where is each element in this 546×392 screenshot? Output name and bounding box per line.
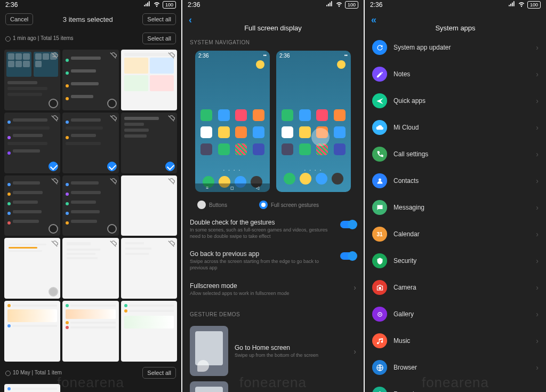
signal-icon	[508, 0, 516, 9]
preview-time: 2:36	[198, 53, 208, 59]
thumb[interactable]	[121, 50, 177, 110]
app-label: Contacts	[394, 177, 529, 185]
group-1-label: 1 min ago | Total 15 items	[13, 35, 74, 41]
radio-buttons-label: Buttons	[209, 202, 227, 208]
sun-icon	[337, 60, 346, 69]
app-row[interactable]: Gallery›	[365, 301, 546, 327]
app-label: Gallery	[394, 310, 529, 318]
cloud-off-icon	[167, 240, 175, 247]
chevron-right-icon: ›	[536, 390, 539, 392]
section-gesture-demos: GESTURE DEMOS	[182, 302, 364, 321]
group-header-2: 10 May | Total 1 item Select all	[0, 364, 181, 382]
select-toggle[interactable]	[49, 162, 58, 171]
select-toggle[interactable]	[107, 162, 117, 171]
row-title: Fullscreen mode	[190, 282, 349, 290]
cancel-button[interactable]: Cancel	[5, 13, 33, 25]
svg-point-0	[379, 286, 381, 289]
thumb[interactable]	[4, 175, 60, 236]
app-icon	[372, 120, 387, 135]
thumb-grid-1	[0, 47, 181, 364]
status-icons: 100	[508, 0, 541, 9]
select-toggle[interactable]	[49, 224, 58, 234]
app-row[interactable]: Messaging›	[365, 194, 546, 221]
thumb[interactable]	[62, 113, 118, 173]
battery-icon: 100	[527, 1, 541, 9]
select-all-button[interactable]: Select all	[142, 13, 176, 25]
radio-buttons[interactable]: Buttons	[197, 201, 227, 209]
chevron-right-icon: ›	[536, 97, 539, 105]
group-1-select-all[interactable]: Select all	[142, 33, 176, 44]
app-row[interactable]: Music›	[365, 327, 546, 354]
system-apps-list: System app updater›Notes›Quick apps›Mi C…	[365, 34, 546, 392]
app-row[interactable]: System app updater›	[365, 34, 546, 61]
app-row[interactable]: Browser›	[365, 354, 546, 381]
app-label: Security	[394, 257, 529, 265]
thumb[interactable]	[62, 50, 118, 110]
chevron-right-icon: ›	[536, 177, 539, 185]
group-header-1: 1 min ago | Total 15 items Select all	[0, 29, 181, 47]
select-toggle[interactable]	[165, 162, 175, 171]
demo-thumb	[190, 326, 228, 376]
thumb[interactable]	[4, 113, 60, 173]
app-row[interactable]: Notes›	[365, 61, 546, 87]
app-row[interactable]: Camera›	[365, 274, 546, 301]
app-icon	[372, 333, 387, 348]
app-label: Music	[394, 337, 529, 345]
chevron-right-icon: ›	[354, 283, 356, 292]
app-icon	[372, 387, 387, 392]
chevron-right-icon: ›	[536, 70, 539, 78]
thumb[interactable]	[4, 238, 60, 299]
thumb[interactable]	[62, 238, 118, 299]
select-toggle[interactable]	[107, 224, 117, 234]
chevron-right-icon: ›	[536, 310, 539, 318]
status-icons: 100	[326, 0, 358, 9]
chevron-right-icon: ›	[536, 150, 539, 158]
row-go-back[interactable]: Go back to previous app Swipe across the…	[182, 245, 364, 276]
page-title: System apps	[365, 24, 546, 32]
app-row[interactable]: Contacts›	[365, 167, 546, 194]
app-row[interactable]: Security›	[365, 247, 546, 274]
app-row[interactable]: Recorder›	[365, 381, 546, 392]
app-icon: 31	[372, 227, 387, 242]
group-2-select-all[interactable]: Select all	[142, 367, 176, 379]
thumb[interactable]	[4, 50, 60, 110]
app-icon	[372, 307, 387, 322]
thumb[interactable]	[121, 113, 177, 173]
page-title: Full screen display	[182, 24, 364, 32]
select-toggle[interactable]	[49, 287, 58, 297]
thumb[interactable]	[4, 301, 60, 362]
row-double-check[interactable]: Double check for the gestures In some sc…	[182, 213, 364, 245]
row-fullscreen-mode[interactable]: Fullscreen mode Allow selected apps to w…	[182, 277, 364, 302]
preview-gestures[interactable]: 2:36 •• • • • •	[276, 51, 351, 192]
app-label: Browser	[394, 364, 529, 371]
app-icon	[372, 67, 387, 82]
thumb[interactable]	[121, 238, 177, 299]
cloud-off-icon	[51, 240, 58, 247]
thumb[interactable]	[121, 301, 177, 362]
radio-gestures[interactable]: Full screen gestures	[259, 201, 319, 209]
signal-icon	[326, 0, 333, 9]
app-row[interactable]: 31Calendar›	[365, 221, 546, 247]
demo-go-home[interactable]: Go to Home screen Swipe up from the bott…	[182, 321, 364, 381]
wifi-icon	[153, 0, 160, 9]
cloud-off-icon	[109, 240, 117, 247]
thumb[interactable]	[62, 301, 118, 362]
group-2-label: 10 May | Total 1 item	[13, 370, 62, 375]
toggle-switch[interactable]	[340, 252, 356, 260]
thumb[interactable]	[62, 175, 118, 236]
app-row[interactable]: Quick apps›	[365, 87, 546, 114]
toggle-switch[interactable]	[340, 221, 356, 228]
clock-icon	[5, 371, 11, 376]
thumb[interactable]	[4, 384, 60, 392]
preview-buttons[interactable]: 2:36 •• • • • • ≡◻◁	[195, 51, 270, 192]
status-time: 2:36	[370, 1, 382, 9]
app-row[interactable]: Call settings›	[365, 141, 546, 167]
select-toggle[interactable]	[49, 99, 58, 108]
status-bar: 2:36 100	[182, 0, 364, 9]
select-toggle[interactable]	[107, 99, 117, 108]
thumb[interactable]	[121, 175, 177, 236]
app-icon	[372, 40, 387, 55]
app-label: Camera	[394, 284, 529, 291]
cloud-off-icon	[167, 115, 175, 122]
app-row[interactable]: Mi Cloud›	[365, 114, 546, 141]
